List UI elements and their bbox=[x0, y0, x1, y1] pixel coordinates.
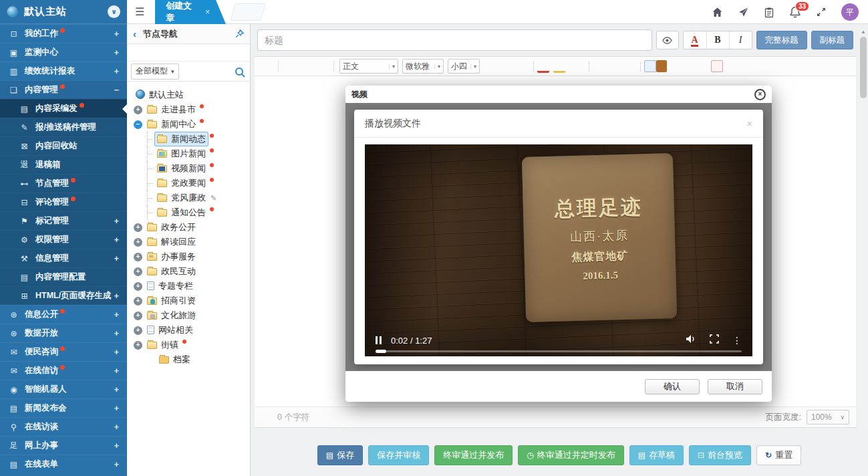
tree-node-body[interactable]: 新闻中心 bbox=[145, 118, 198, 131]
home-icon[interactable] bbox=[712, 7, 723, 18]
sidebar-collapse-button[interactable]: ∨ bbox=[108, 5, 120, 18]
tree-node[interactable]: − 新闻中心 bbox=[130, 117, 247, 132]
bold-icon[interactable] bbox=[482, 59, 494, 74]
indent-icon[interactable] bbox=[593, 59, 605, 74]
scrollbar-thumb[interactable] bbox=[860, 37, 867, 98]
node-search-input[interactable] bbox=[182, 64, 232, 80]
expand-indicator[interactable]: + bbox=[114, 347, 119, 357]
action-button[interactable]: ⊡ 前台预览 bbox=[689, 445, 751, 465]
tree-node-body[interactable]: 视频新闻 bbox=[155, 162, 208, 175]
toolbar-icon[interactable] bbox=[278, 61, 279, 72]
sidebar-item[interactable]: ⊷ 节点管理 bbox=[0, 174, 127, 193]
sidebar-item[interactable]: ▤ 内容采编发 bbox=[0, 99, 127, 118]
menu-toggle-icon[interactable]: ☰ bbox=[135, 5, 144, 18]
paragraph-select[interactable]: 正文 ▾ bbox=[339, 59, 398, 74]
tree-node-body[interactable]: 党政要闻 bbox=[155, 176, 208, 190]
close-icon[interactable]: × bbox=[754, 89, 766, 100]
confirm-button[interactable]: 确认 bbox=[645, 379, 700, 394]
tree-node-body[interactable]: 招商引资 bbox=[145, 294, 198, 308]
pause-button[interactable] bbox=[376, 336, 382, 344]
sidebar-item[interactable]: ▤ 新闻发布会 + bbox=[0, 398, 127, 417]
sidebar-item[interactable]: ◉ 智能机器人 + bbox=[0, 380, 127, 398]
layout-icon[interactable] bbox=[699, 59, 711, 74]
tree-node[interactable]: + 解读回应 bbox=[130, 235, 247, 249]
redo-icon[interactable] bbox=[294, 59, 306, 74]
expand-indicator[interactable]: + bbox=[114, 66, 119, 76]
toolbar-icon[interactable] bbox=[640, 61, 641, 72]
tree-node-body[interactable]: 通知公告 bbox=[155, 206, 208, 219]
tree-node[interactable]: 新闻动态 bbox=[130, 132, 247, 146]
font-size-select[interactable]: 小四 ▾ bbox=[448, 59, 480, 74]
tree-expander-icon[interactable]: + bbox=[134, 253, 142, 261]
model-filter-dropdown[interactable]: 全部模型 ▾ bbox=[131, 64, 179, 80]
toolbar-icon[interactable] bbox=[333, 61, 334, 72]
tree-node[interactable]: + 走进县市 bbox=[130, 102, 247, 117]
title-color-button[interactable]: A bbox=[684, 31, 706, 49]
tree-node[interactable]: 党政要闻 bbox=[130, 176, 247, 191]
toolbar-icon[interactable] bbox=[564, 60, 569, 74]
tree-node-body[interactable]: 党风廉政 bbox=[155, 191, 208, 205]
full-title-button[interactable]: 完整标题 bbox=[756, 31, 807, 49]
action-button[interactable]: ▤ 存草稿 bbox=[629, 445, 684, 465]
page-width-select[interactable]: 100% ∨ bbox=[807, 410, 849, 425]
paste-word-icon[interactable] bbox=[644, 60, 656, 72]
toolbar-icon[interactable] bbox=[533, 61, 534, 72]
panel-collapse-icon[interactable]: ‹ bbox=[133, 28, 136, 39]
sidebar-item[interactable]: ⊠ 内容回收站 bbox=[0, 136, 127, 155]
expand-indicator[interactable]: + bbox=[114, 291, 119, 301]
tree-node-body[interactable]: 默认主站 bbox=[134, 88, 186, 102]
sidebar-item[interactable]: ⊛ 数据开放 + bbox=[0, 324, 127, 342]
scroll-up-arrow[interactable]: ▲ bbox=[859, 29, 867, 35]
toolbar-icon[interactable] bbox=[631, 60, 637, 74]
tree-expander-icon[interactable]: + bbox=[134, 326, 142, 335]
title-preview-eye-button[interactable] bbox=[656, 31, 679, 49]
sidebar-item[interactable]: ⚙ 权限管理 + bbox=[0, 230, 127, 249]
sidebar-item[interactable]: ⊡ 我的工作 + bbox=[0, 24, 127, 43]
underline-icon[interactable] bbox=[506, 59, 518, 74]
sidebar-item[interactable]: ⊛ 信息公开 + bbox=[0, 305, 127, 324]
insert-caret[interactable] bbox=[269, 60, 275, 74]
fullscreen-icon[interactable] bbox=[710, 334, 719, 346]
tab-close-icon[interactable]: × bbox=[205, 7, 210, 17]
tree-node[interactable]: 图片新闻 bbox=[130, 146, 247, 161]
format-painter-icon[interactable] bbox=[306, 59, 318, 74]
toolbar-icon[interactable] bbox=[615, 60, 621, 74]
tree-node-body[interactable]: 文化旅游 bbox=[145, 309, 198, 322]
expand-indicator[interactable]: + bbox=[114, 235, 119, 245]
action-button[interactable]: 终审通过并发布 bbox=[434, 445, 513, 465]
tree-expander-icon[interactable]: + bbox=[134, 223, 142, 232]
sidebar-item[interactable]: 退 退稿箱 bbox=[0, 155, 127, 174]
sidebar-item[interactable]: ✉ 便民咨询 + bbox=[0, 342, 127, 361]
tree-expander-icon[interactable]: + bbox=[134, 282, 142, 291]
search-icon[interactable] bbox=[235, 68, 243, 76]
sidebar-item[interactable]: ▤ 在线表单 + bbox=[0, 455, 127, 473]
cancel-button[interactable]: 取消 bbox=[708, 379, 762, 394]
undo-icon[interactable] bbox=[282, 59, 294, 74]
tree-expander-icon[interactable]: + bbox=[134, 312, 142, 320]
sidebar-item[interactable]: ✉ 在线信访 + bbox=[0, 361, 127, 380]
tree-expander-icon[interactable]: + bbox=[134, 267, 142, 276]
tree-node[interactable]: + 政民互动 bbox=[130, 264, 247, 279]
article-title-input[interactable] bbox=[257, 29, 652, 51]
tree-node-body[interactable]: 政民互动 bbox=[145, 265, 198, 278]
tree-node[interactable]: 通知公告 bbox=[130, 205, 247, 220]
sidebar-item[interactable]: ⊞ HTML/页面缓存生成 + bbox=[0, 286, 127, 305]
sidebar-item[interactable]: ▤ 内容管理配置 bbox=[0, 267, 127, 286]
pin-icon[interactable] bbox=[235, 29, 244, 38]
expand-indicator[interactable]: − bbox=[114, 85, 119, 95]
tree-node-body[interactable]: 政务公开 bbox=[145, 221, 198, 234]
expand-indicator[interactable]: + bbox=[114, 216, 119, 226]
volume-icon[interactable] bbox=[686, 334, 696, 346]
sidebar-item[interactable]: 足 网上办事 + bbox=[0, 436, 127, 455]
expand-indicator[interactable]: + bbox=[114, 403, 119, 413]
tree-expander-icon[interactable]: + bbox=[134, 341, 142, 350]
tree-node-body[interactable]: 档案 bbox=[157, 353, 192, 366]
font-scale-icon[interactable] bbox=[747, 59, 759, 74]
toolbar-icon[interactable] bbox=[678, 60, 683, 74]
sidebar-item[interactable]: ⚲ 在线访谈 + bbox=[0, 417, 127, 436]
sub-title-button[interactable]: 副标题 bbox=[811, 31, 854, 49]
tree-node[interactable]: + 街镇 bbox=[130, 338, 247, 352]
tree-node[interactable]: 党风廉政 ✎ bbox=[130, 191, 247, 205]
toolbar-icon[interactable] bbox=[548, 60, 553, 74]
fullscreen-edit-icon[interactable] bbox=[759, 59, 771, 74]
